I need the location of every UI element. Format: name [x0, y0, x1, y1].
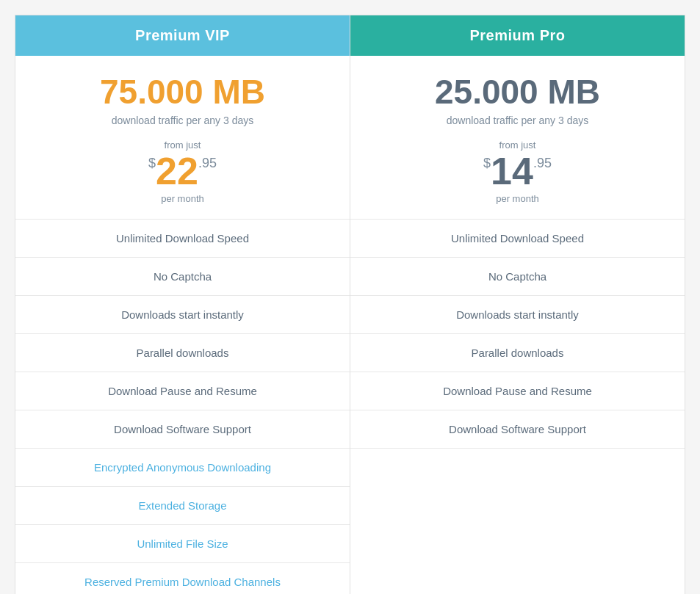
price-block-pro: from just$14.95per month — [365, 140, 670, 204]
card-body-vip: 75.000 MBdownload traffic per any 3 days… — [15, 56, 350, 204]
feature-item-pro-1: No Captcha — [350, 258, 685, 296]
feature-item-pro-4: Download Pause and Resume — [350, 372, 685, 410]
price-main-pro: 14 — [491, 152, 533, 190]
feature-item-vip-1: No Captcha — [15, 258, 350, 296]
card-header-vip: Premium VIP — [15, 15, 350, 56]
feature-item-vip-3: Parallel downloads — [15, 334, 350, 372]
feature-item-vip-9: Reserved Premium Download Channels — [15, 563, 350, 594]
data-sub-pro: download traffic per any 3 days — [365, 114, 670, 128]
data-sub-vip: download traffic per any 3 days — [30, 114, 335, 128]
feature-item-vip-7: Extended Storage — [15, 487, 350, 525]
price-cents-pro: .95 — [533, 156, 552, 170]
feature-item-pro-2: Downloads start instantly — [350, 296, 685, 334]
pricing-container: Premium VIP75.000 MBdownload traffic per… — [15, 15, 685, 594]
price-dollar-pro: $ — [483, 156, 491, 170]
feature-item-pro-3: Parallel downloads — [350, 334, 685, 372]
data-amount-vip: 75.000 MB — [30, 73, 335, 111]
price-cents-vip: .95 — [198, 156, 217, 170]
pricing-card-vip: Premium VIP75.000 MBdownload traffic per… — [15, 15, 350, 594]
data-amount-pro: 25.000 MB — [365, 73, 670, 111]
price-row-vip: $22.95 — [30, 152, 335, 190]
feature-item-pro-0: Unlimited Download Speed — [350, 220, 685, 258]
feature-item-pro-5: Download Software Support — [350, 410, 685, 449]
feature-list-pro: Unlimited Download SpeedNo CaptchaDownlo… — [350, 219, 685, 449]
price-block-vip: from just$22.95per month — [30, 140, 335, 204]
per-month-vip: per month — [30, 193, 335, 204]
pricing-card-pro: Premium Pro25.000 MBdownload traffic per… — [350, 15, 685, 594]
feature-list-vip: Unlimited Download SpeedNo CaptchaDownlo… — [15, 219, 350, 594]
feature-item-vip-6: Encrypted Anonymous Downloading — [15, 449, 350, 487]
feature-item-vip-5: Download Software Support — [15, 410, 350, 449]
per-month-pro: per month — [365, 193, 670, 204]
card-header-pro: Premium Pro — [350, 15, 685, 56]
feature-item-vip-8: Unlimited File Size — [15, 525, 350, 563]
price-main-vip: 22 — [156, 152, 198, 190]
price-dollar-vip: $ — [148, 156, 156, 170]
from-just-pro: from just — [365, 140, 670, 151]
feature-item-vip-4: Download Pause and Resume — [15, 372, 350, 410]
feature-item-vip-0: Unlimited Download Speed — [15, 220, 350, 258]
price-row-pro: $14.95 — [365, 152, 670, 190]
from-just-vip: from just — [30, 140, 335, 151]
feature-item-vip-2: Downloads start instantly — [15, 296, 350, 334]
card-body-pro: 25.000 MBdownload traffic per any 3 days… — [350, 56, 685, 204]
